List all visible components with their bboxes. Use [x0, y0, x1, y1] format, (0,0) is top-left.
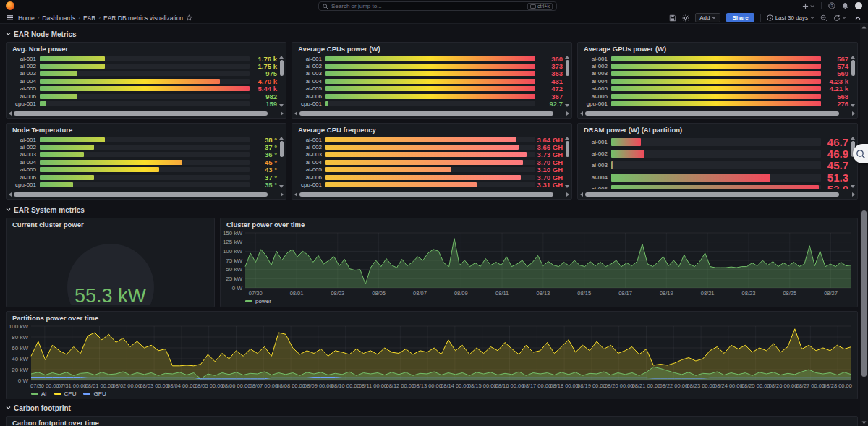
scrollbar-thumb[interactable]	[14, 192, 268, 197]
scroll-down-arrow[interactable]	[851, 185, 855, 188]
refresh-button[interactable]	[833, 14, 846, 22]
scroll-right-arrow[interactable]	[852, 192, 855, 197]
panel-vertical-scrollbar[interactable]	[850, 55, 856, 108]
svg-text:25 kW: 25 kW	[226, 276, 242, 282]
panel-vertical-scrollbar[interactable]	[850, 136, 856, 189]
notifications-button[interactable]	[842, 2, 848, 9]
add-button[interactable]: Add	[695, 13, 720, 22]
scrollbar-thumb[interactable]	[585, 192, 839, 197]
scrollbar-thumb[interactable]	[14, 111, 268, 116]
scrollbar-thumb[interactable]	[566, 60, 569, 76]
scroll-right-arrow[interactable]	[281, 111, 284, 116]
scroll-down-arrow[interactable]	[851, 104, 855, 107]
new-item-button[interactable]	[802, 3, 814, 9]
legend-item-cpu[interactable]: CPU	[54, 391, 77, 397]
scroll-right-arrow[interactable]	[566, 192, 569, 197]
panel-title[interactable]: DRAM power (W) (AI partition)	[578, 124, 857, 135]
scrollbar-thumb[interactable]	[280, 141, 284, 157]
scrollbar-thumb[interactable]	[280, 60, 284, 76]
scroll-down-arrow[interactable]	[565, 185, 569, 188]
scroll-up-arrow[interactable]	[279, 56, 284, 59]
legend-item-gpu[interactable]: GPU	[83, 391, 106, 397]
page-scrollbar-thumb[interactable]	[861, 210, 867, 377]
cluster-power-chart[interactable]: 0 W25 kW50 kW75 kW100 kW125 kW150 kW07/3…	[221, 230, 857, 297]
panel-horizontal-scrollbar[interactable]	[580, 111, 855, 116]
star-icon[interactable]	[186, 14, 192, 21]
collapse-chevron-icon[interactable]	[855, 16, 861, 20]
panel-title[interactable]: Average CPUs power (W)	[292, 43, 571, 54]
panel-title[interactable]: Average CPU frequency	[292, 124, 571, 135]
panel-horizontal-scrollbar[interactable]	[580, 192, 855, 197]
panel-horizontal-scrollbar[interactable]	[9, 192, 284, 197]
scrollbar-thumb[interactable]	[585, 111, 839, 116]
scrollbar-thumb[interactable]	[299, 192, 553, 197]
scroll-down-arrow[interactable]	[279, 104, 284, 107]
divider	[760, 14, 761, 22]
scroll-left-arrow[interactable]	[294, 111, 297, 116]
zoom-out-icon[interactable]	[820, 14, 827, 22]
scroll-down-arrow[interactable]	[565, 104, 569, 107]
bar-fill	[326, 167, 451, 172]
section-ear-node-metrics[interactable]: EAR Node Metrics	[6, 28, 858, 40]
scroll-left-arrow[interactable]	[580, 192, 583, 197]
panel-horizontal-scrollbar[interactable]	[294, 192, 569, 197]
scroll-left-arrow[interactable]	[9, 111, 12, 116]
panel-horizontal-scrollbar[interactable]	[9, 111, 284, 116]
scroll-right-arrow[interactable]	[852, 111, 855, 116]
scrollbar-thumb[interactable]	[299, 111, 553, 116]
panel-horizontal-scrollbar[interactable]	[294, 111, 569, 116]
breadcrumb-item-ear[interactable]: EAR	[83, 14, 95, 22]
section-ear-system-metrics[interactable]: EAR System metrics	[6, 204, 858, 216]
scrollbar-thumb[interactable]	[851, 60, 855, 76]
scroll-up-arrow[interactable]	[279, 137, 284, 140]
magnifier-overlay[interactable]	[853, 144, 868, 163]
scroll-up-arrow[interactable]	[565, 56, 569, 59]
user-avatar[interactable]	[855, 2, 862, 9]
panel-partitions-power-over-time: Partitions power over time 0 W20 kW40 kW…	[6, 311, 858, 399]
scroll-down-arrow[interactable]	[279, 185, 284, 188]
scroll-down-icon[interactable]	[861, 421, 867, 425]
section-carbon-footprint[interactable]: Carbon footprint	[6, 402, 858, 414]
page-scrollbar[interactable]	[860, 24, 868, 426]
panel-title[interactable]: Average GPUs power (W)	[578, 43, 857, 54]
help-button[interactable]: ?	[828, 2, 835, 9]
save-dashboard-icon[interactable]	[669, 14, 676, 22]
panel-vertical-scrollbar[interactable]	[278, 55, 284, 108]
legend-item-ai[interactable]: AI	[31, 391, 47, 397]
panel-vertical-scrollbar[interactable]	[564, 55, 570, 108]
panel-vertical-scrollbar[interactable]	[564, 136, 570, 189]
menu-hamburger-icon[interactable]	[6, 14, 14, 21]
scroll-right-arrow[interactable]	[566, 111, 569, 116]
search-input[interactable]: Search or jump to... ctrl+k	[318, 1, 557, 11]
breadcrumb-item-home[interactable]: Home	[18, 14, 35, 22]
scroll-left-arrow[interactable]	[294, 192, 297, 197]
settings-gear-icon[interactable]	[682, 14, 689, 22]
scrollbar-thumb[interactable]	[566, 141, 569, 157]
bar-track	[40, 71, 250, 76]
scroll-up-icon[interactable]	[861, 25, 867, 29]
scroll-up-arrow[interactable]	[851, 137, 855, 140]
svg-text:08/10 00:00: 08/10 00:00	[331, 383, 360, 389]
scroll-left-arrow[interactable]	[9, 192, 12, 197]
panel-title[interactable]: Partitions power over time	[7, 312, 857, 323]
panel-title[interactable]: Node Temperature	[7, 124, 286, 135]
svg-text:08/03 00:00: 08/03 00:00	[140, 383, 169, 389]
scroll-up-arrow[interactable]	[851, 56, 855, 59]
scroll-up-arrow[interactable]	[565, 137, 569, 140]
time-range-picker[interactable]: Last 30 days	[767, 14, 814, 21]
panel-vertical-scrollbar[interactable]	[278, 136, 284, 189]
bar-fill	[326, 182, 477, 187]
divider	[821, 2, 822, 9]
grafana-logo-icon[interactable]	[6, 1, 14, 10]
partitions-power-chart[interactable]: 0 W20 kW40 kW60 kW80 kW100 kW07/30 00:00…	[7, 323, 857, 389]
panel-title[interactable]: Cluster power over time	[221, 218, 857, 230]
scroll-right-arrow[interactable]	[281, 192, 284, 197]
panel-title[interactable]: Current cluster power	[7, 218, 214, 230]
breadcrumb-item-dashboards[interactable]: Dashboards	[42, 14, 75, 22]
scroll-left-arrow[interactable]	[580, 111, 583, 116]
scrollbar-track	[14, 192, 278, 197]
share-button[interactable]: Share	[726, 13, 754, 22]
panel-title[interactable]: Carbon footprint over time	[7, 417, 857, 426]
panel-title[interactable]: Avg. Node power	[7, 43, 286, 54]
legend-item-power[interactable]: power	[245, 298, 271, 304]
